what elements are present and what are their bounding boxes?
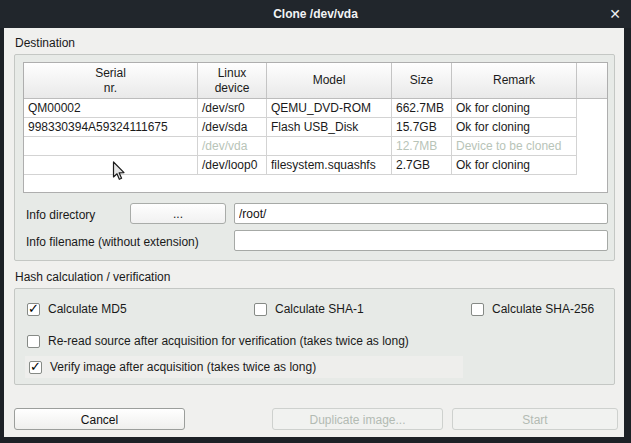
cell-remark: Ok for cloning bbox=[452, 99, 577, 118]
cell-remark: Device to be cloned bbox=[452, 137, 577, 156]
info-filename-label: Info filename (without extension) bbox=[26, 235, 199, 249]
cell-size: 662.7MB bbox=[392, 99, 452, 118]
cell-remark: Ok for cloning bbox=[452, 118, 577, 137]
checkbox-box bbox=[471, 303, 484, 316]
checkbox-calculate-sha256[interactable]: Calculate SHA-256 bbox=[471, 301, 594, 317]
cell-serial bbox=[24, 137, 198, 156]
checkbox-label: Re-read source after acquisition for ver… bbox=[48, 334, 409, 348]
info-directory-input[interactable] bbox=[234, 203, 608, 224]
checkbox-calculate-sha1[interactable]: Calculate SHA-1 bbox=[254, 301, 364, 317]
hash-groupbox: Calculate MD5 Calculate SHA-1 Calculate … bbox=[14, 288, 615, 385]
cell-device: /dev/sda bbox=[198, 118, 267, 137]
cell-serial: 998330394A59324111675 bbox=[24, 118, 198, 137]
checkbox-reread-source[interactable]: Re-read source after acquisition for ver… bbox=[27, 333, 409, 349]
cell-remark: Ok for cloning bbox=[452, 156, 577, 175]
checkbox-label: Calculate SHA-256 bbox=[492, 302, 594, 316]
cell-model: filesystem.squashfs bbox=[267, 156, 392, 175]
cell-serial bbox=[24, 156, 198, 175]
checkbox-calculate-md5[interactable]: Calculate MD5 bbox=[27, 301, 127, 317]
cancel-button[interactable]: Cancel bbox=[14, 408, 185, 430]
destination-group-label: Destination bbox=[15, 36, 75, 50]
cell-model: Flash USB_Disk bbox=[267, 118, 392, 137]
checkbox-label: Verify image after acquisition (takes tw… bbox=[50, 360, 316, 374]
checkbox-verify-image[interactable]: Verify image after acquisition (takes tw… bbox=[29, 359, 316, 375]
column-header-serial: Serial nr. bbox=[24, 63, 198, 98]
table-header: Serial nr. Linux device Model Size Remar… bbox=[24, 63, 607, 99]
dialog-body: Destination Serial nr. Linux device Mode… bbox=[4, 28, 624, 437]
checkbox-label: Calculate MD5 bbox=[48, 302, 127, 316]
checkbox-box bbox=[27, 303, 40, 316]
checkbox-box bbox=[27, 335, 40, 348]
clone-dialog-window: Clone /dev/vda ✕ Destination Serial nr. … bbox=[0, 0, 631, 443]
devices-table[interactable]: Serial nr. Linux device Model Size Remar… bbox=[23, 62, 608, 193]
cell-device: /dev/loop0 bbox=[198, 156, 267, 175]
cell-size: 15.7GB bbox=[392, 118, 452, 137]
destination-groupbox: Serial nr. Linux device Model Size Remar… bbox=[14, 54, 615, 261]
browse-directory-button[interactable]: ... bbox=[130, 203, 226, 224]
column-header-remark: Remark bbox=[452, 63, 577, 98]
table-row-sr0[interactable]: QM00002 /dev/sr0 QEMU_DVD-ROM 662.7MB Ok… bbox=[24, 99, 577, 118]
cell-model: QEMU_DVD-ROM bbox=[267, 99, 392, 118]
cell-device: /dev/sr0 bbox=[198, 99, 267, 118]
titlebar[interactable]: Clone /dev/vda ✕ bbox=[0, 0, 631, 28]
checkbox-box bbox=[254, 303, 267, 316]
table-row-sda[interactable]: 998330394A59324111675 /dev/sda Flash USB… bbox=[24, 118, 577, 137]
table-row-vda-source: /dev/vda 12.7MB Device to be cloned bbox=[24, 137, 577, 156]
hash-group-label: Hash calculation / verification bbox=[15, 270, 170, 284]
column-header-linux-device: Linux device bbox=[198, 63, 267, 98]
close-icon[interactable]: ✕ bbox=[609, 0, 621, 28]
checkbox-label: Calculate SHA-1 bbox=[275, 302, 364, 316]
column-header-size: Size bbox=[392, 63, 452, 98]
column-header-model: Model bbox=[267, 63, 392, 98]
cell-serial: QM00002 bbox=[24, 99, 198, 118]
cell-size: 12.7MB bbox=[392, 137, 452, 156]
info-directory-label: Info directory bbox=[26, 208, 95, 222]
table-row-loop0[interactable]: /dev/loop0 filesystem.squashfs 2.7GB Ok … bbox=[24, 156, 577, 175]
info-filename-input[interactable] bbox=[234, 230, 608, 251]
checkbox-box bbox=[29, 361, 42, 374]
column-header-filler bbox=[577, 63, 607, 98]
start-button[interactable]: Start bbox=[452, 408, 618, 430]
cell-size: 2.7GB bbox=[392, 156, 452, 175]
duplicate-image-button[interactable]: Duplicate image... bbox=[272, 408, 443, 430]
window-title: Clone /dev/vda bbox=[0, 0, 631, 28]
cell-model bbox=[267, 137, 392, 156]
cell-device: /dev/vda bbox=[198, 137, 267, 156]
